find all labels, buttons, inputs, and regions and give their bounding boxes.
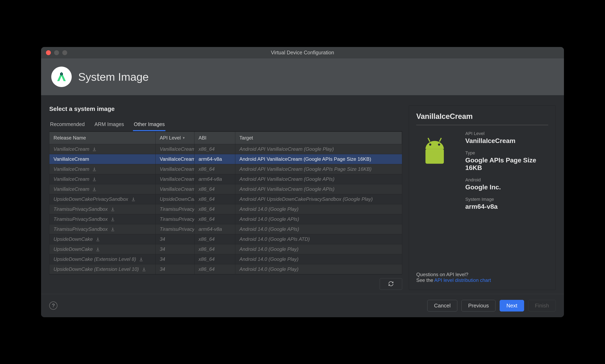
- cell-api: VanillaIceCream: [156, 184, 194, 194]
- cell-release: VanillaIceCream: [50, 164, 156, 174]
- dialog-window: Virtual Device Configuration System Imag…: [41, 47, 564, 317]
- table-row[interactable]: TiramisuPrivacySandboxTiramisuPrivacySx8…: [50, 214, 402, 224]
- previous-button[interactable]: Previous: [461, 300, 496, 312]
- detail-item: AndroidGoogle Inc.: [465, 177, 548, 191]
- detail-label: System Image: [465, 197, 548, 202]
- cell-api: 34: [156, 264, 194, 274]
- svg-line-5: [428, 138, 430, 142]
- cell-release: VanillaIceCream: [50, 174, 156, 184]
- table-row[interactable]: VanillaIceCreamVanillaIceCreamx86_64Andr…: [50, 144, 402, 154]
- cell-abi: x86_64: [194, 184, 235, 194]
- detail-value: Google APIs Page Size 16KB: [465, 156, 548, 172]
- download-icon[interactable]: [139, 257, 143, 261]
- download-icon[interactable]: [111, 227, 115, 232]
- close-window-button[interactable]: [46, 50, 51, 55]
- cell-target: Android 14.0 (Google Play): [235, 254, 402, 264]
- download-icon[interactable]: [92, 177, 97, 182]
- download-icon[interactable]: [92, 187, 97, 191]
- titlebar: Virtual Device Configuration: [41, 47, 564, 58]
- table-row[interactable]: UpsideDownCake34x86_64Android 14.0 (Goog…: [50, 234, 402, 244]
- tabs: Recommended ARM Images Other Images: [49, 118, 402, 131]
- table-row[interactable]: TiramisuPrivacySandboxTiramisuPrivacySar…: [50, 224, 402, 234]
- cell-release: VanillaIceCream: [50, 184, 156, 194]
- column-abi[interactable]: ABI: [194, 132, 235, 144]
- svg-line-6: [439, 138, 441, 142]
- svg-rect-2: [425, 149, 444, 164]
- cancel-button[interactable]: Cancel: [427, 300, 457, 312]
- table-row[interactable]: UpsideDownCake (Extension Level 8)34x86_…: [50, 254, 402, 264]
- detail-value: VanillaIceCream: [465, 137, 548, 145]
- refresh-button[interactable]: [380, 278, 402, 290]
- download-icon[interactable]: [142, 267, 146, 272]
- next-button[interactable]: Next: [500, 300, 524, 312]
- download-icon[interactable]: [111, 207, 115, 211]
- api-distribution-link[interactable]: API level distribution chart: [434, 277, 491, 283]
- cell-target: Android 14.0 (Google Play): [235, 264, 402, 274]
- table-header: Release Name API Level ABI Target: [50, 132, 402, 144]
- table-row[interactable]: VanillaIceCreamVanillaIceCreamarm64-v8aA…: [50, 154, 402, 164]
- detail-label: Android: [465, 177, 548, 182]
- cell-abi: x86_64: [194, 254, 235, 264]
- table-row[interactable]: VanillaIceCreamVanillaIceCreamx86_64Andr…: [50, 184, 402, 194]
- refresh-icon: [388, 281, 394, 286]
- detail-panel: VanillaIceCream API LevelVani: [409, 105, 556, 290]
- cell-release: VanillaIceCream: [50, 144, 156, 154]
- cell-release: VanillaIceCream: [50, 154, 156, 164]
- table-row[interactable]: UpsideDownCake (Extension Level 10)34x86…: [50, 264, 402, 274]
- detail-value: Google Inc.: [465, 183, 548, 191]
- left-panel: Select a system image Recommended ARM Im…: [49, 105, 402, 290]
- subtitle: Select a system image: [49, 105, 402, 112]
- download-icon[interactable]: [92, 147, 97, 151]
- cell-target: Android API VanillaIceCream (Google APIs…: [235, 154, 402, 164]
- table-row[interactable]: VanillaIceCreamVanillaIceCreamarm64-v8aA…: [50, 174, 402, 184]
- cell-target: Android 14.0 (Google APIs): [235, 224, 402, 234]
- cell-release: UpsideDownCakePrivacySandbox: [50, 194, 156, 204]
- android-studio-icon: [51, 66, 72, 87]
- table-row[interactable]: VanillaIceCreamVanillaIceCreamx86_64Andr…: [50, 164, 402, 174]
- minimize-window-button[interactable]: [54, 50, 59, 55]
- column-target[interactable]: Target: [235, 132, 402, 144]
- table-body[interactable]: VanillaIceCreamVanillaIceCreamx86_64Andr…: [50, 144, 402, 274]
- cell-release: UpsideDownCake (Extension Level 8): [50, 254, 156, 264]
- download-icon[interactable]: [111, 217, 115, 221]
- help-button[interactable]: ?: [49, 301, 57, 310]
- table-row[interactable]: UpsideDownCakePrivacySandboxUpsideDownCa…: [50, 194, 402, 204]
- content: Select a system image Recommended ARM Im…: [41, 95, 564, 294]
- cell-target: Android 14.0 (Google APIs ATD): [235, 234, 402, 244]
- download-icon[interactable]: [96, 237, 100, 241]
- tab-other-images[interactable]: Other Images: [133, 118, 166, 131]
- cell-abi: x86_64: [194, 214, 235, 224]
- download-icon[interactable]: [96, 247, 100, 251]
- detail-title: VanillaIceCream: [416, 112, 548, 125]
- tab-arm-images[interactable]: ARM Images: [94, 118, 125, 131]
- page-title: System Image: [78, 70, 149, 83]
- cell-abi: arm64-v8a: [194, 174, 235, 184]
- cell-api: TiramisuPrivacyS: [156, 204, 194, 214]
- download-icon[interactable]: [131, 197, 136, 201]
- cell-api: VanillaIceCream: [156, 154, 194, 164]
- detail-label: Type: [465, 150, 548, 156]
- column-api-level[interactable]: API Level: [156, 132, 194, 144]
- cell-target: Android API VanillaIceCream (Google APIs…: [235, 164, 402, 174]
- svg-point-3: [429, 143, 431, 146]
- svg-point-1: [61, 73, 62, 75]
- window-title: Virtual Device Configuration: [271, 50, 334, 56]
- android-robot-icon: [416, 131, 457, 239]
- tab-recommended[interactable]: Recommended: [49, 118, 86, 131]
- cell-target: Android API VanillaIceCream (Google Play…: [235, 144, 402, 154]
- detail-item: System Imagearm64-v8a: [465, 197, 548, 210]
- table-row[interactable]: UpsideDownCake34x86_64Android 14.0 (Goog…: [50, 244, 402, 254]
- maximize-window-button[interactable]: [62, 50, 67, 55]
- cell-release: UpsideDownCake: [50, 244, 156, 254]
- finish-button[interactable]: Finish: [528, 300, 556, 312]
- cell-abi: arm64-v8a: [194, 224, 235, 234]
- cell-release: UpsideDownCake (Extension Level 10): [50, 264, 156, 274]
- cell-release: TiramisuPrivacySandbox: [50, 204, 156, 214]
- download-icon[interactable]: [92, 167, 97, 171]
- table-row[interactable]: TiramisuPrivacySandboxTiramisuPrivacySx8…: [50, 204, 402, 214]
- cell-release: TiramisuPrivacySandbox: [50, 224, 156, 234]
- help-text: Questions on API level? See the API leve…: [416, 239, 548, 283]
- column-release-name[interactable]: Release Name: [50, 132, 156, 144]
- cell-target: Android 14.0 (Google Play): [235, 204, 402, 214]
- detail-list: API LevelVanillaIceCreamTypeGoogle APIs …: [465, 131, 548, 239]
